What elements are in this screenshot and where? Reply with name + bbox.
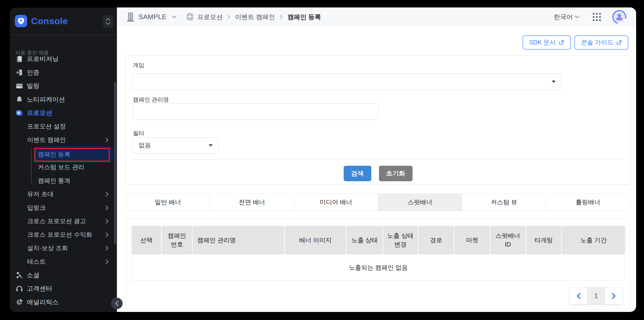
table-header-cell: 선택 [132,226,162,254]
sidebar-item-label: 커스텀 보드 관리 [38,163,84,172]
page: Console 이용 중인 제품 프로비저닝인증빌링노티피케이션프로모션프로모션… [0,0,644,320]
campaign-name-input[interactable] [132,103,378,120]
sidebar-item-label: 크로스 프로모션 광고 [27,217,86,226]
table-header-cell: 경로 [418,226,455,254]
sdk-doc-button[interactable]: SDK 문서 [523,36,571,50]
analytics-icon [16,298,23,306]
chevron-right-icon [106,219,109,224]
sdk-doc-label: SDK 문서 [529,38,556,47]
tab-media-banner[interactable]: 미디어 배너 [294,194,378,211]
campaign-table-panel: 선택캠페인 번호캠페인 관리명배너 이미지노출 상태노출 상태 변경경로마켓스팟… [126,219,630,310]
user-avatar[interactable] [612,10,626,24]
sidebar-item-notification[interactable]: 노티피케이션 [10,93,118,106]
language-selector[interactable]: 한국어 [554,13,573,22]
sidebar-item-provisioning[interactable]: 프로비저닝 [10,52,118,66]
sidebar-item-user-invite[interactable]: 유저 초대 [10,188,118,201]
reset-button[interactable]: 초기화 [379,166,412,181]
topbar-right: 한국어 [554,10,626,24]
sidebar-item-campaign-register[interactable]: 캠페인 등록 [33,146,113,163]
sidebar-item-install-reward[interactable]: 설치·보상 조회 [10,242,118,255]
chevron-left-icon [576,293,581,299]
sidebar-item-label: 캠페인 통계 [38,176,70,185]
content-area: SAMPLE 프로모션이벤트 캠페인캠페인 등록 한국어 [117,8,636,312]
sidebar-item-billing[interactable]: 빌링 [10,79,118,93]
sidebar-item-event-campaign[interactable]: 이벤트 캠페인 [10,133,118,147]
filter-select[interactable]: 없음 [132,137,218,154]
sidebar-menu: 프로비저닝인증빌링노티피케이션프로모션프로모션 설정이벤트 캠페인캠페인 등록커… [10,52,118,309]
building-icon [126,12,135,22]
current-page[interactable]: 1 [588,288,605,304]
sidebar-item-deeplink[interactable]: 딥링크 [10,201,118,214]
table-header-cell: 마켓 [455,226,490,254]
chevron-down-icon [106,22,110,25]
console-guide-label: 콘솔 가이드 [581,38,614,47]
doc-buttons: SDK 문서 콘솔 가이드 [523,36,628,50]
notification-icon [16,96,23,103]
console-logo-text: Console [31,16,68,26]
sidebar-item-support[interactable]: 고객센터 [10,282,118,296]
search-button[interactable]: 검색 [344,166,371,181]
sidebar-item-label: 소셜 [27,271,40,280]
table-header-cell: 배너 이미지 [285,226,347,254]
tab-spot-banner[interactable]: 스팟배너 [378,194,462,211]
table-header-cell: 타게팅 [526,226,562,254]
table-empty-row: 노출되는 캠페인 없음 [132,255,625,281]
sidebar-item-cross-promo-ads[interactable]: 크로스 프로모션 광고 [10,214,118,228]
sidebar-item-label: 프로비저닝 [27,54,59,63]
sidebar-item-social[interactable]: 소셜 [10,268,118,282]
sidebar-item-label: 노티피케이션 [27,95,65,104]
chevron-down-icon [172,16,177,18]
table-header-row: 선택캠페인 번호캠페인 관리명배너 이미지노출 상태노출 상태 변경경로마켓스팟… [132,226,625,254]
tab-front-banner[interactable]: 전면 배너 [210,194,294,211]
table-header-cell: 스팟배너 ID [490,226,526,254]
sidebar-scrollbar[interactable] [114,82,116,244]
next-page-button[interactable] [605,288,623,304]
prev-page-button[interactable] [570,288,588,304]
sidebar-item-label: 고객센터 [27,284,52,293]
breadcrumb-item[interactable]: 프로모션 [197,13,223,22]
table-header-cell: 캠페인 번호 [162,226,192,254]
pagination: 1 [570,288,623,304]
sidebar-item-cross-promo-revenue[interactable]: 크로스 프로모션 수익화 [10,228,118,242]
breadcrumb-item[interactable]: 캠페인 등록 [287,13,321,22]
sidebar-item-test[interactable]: 테스트 [10,255,118,268]
console-guide-button[interactable]: 콘솔 가이드 [574,36,628,50]
auth-icon [16,69,23,76]
breadcrumb-separator-icon [228,15,230,19]
chevron-left-icon [115,300,119,306]
company-name: SAMPLE [138,13,167,21]
chevron-up-icon [106,18,110,21]
sidebar-item-label: 유저 초대 [27,190,54,198]
sidebar-header: Console [10,8,118,35]
sidebar-item-campaign-stats[interactable]: 캠페인 통계 [10,174,118,188]
external-link-icon [616,40,622,45]
tab-custom-view[interactable]: 커스텀 뷰 [462,194,546,211]
search-filter-panel: 게임 캠페인 관리명 필터 없음 검색 초기화 [126,55,630,184]
sidebar-expander-button[interactable] [103,15,113,28]
billing-icon [16,82,23,90]
sidebar-item-label: 캠페인 등록 [38,150,70,159]
tab-rolling-banner[interactable]: 롤링배너 [546,194,630,211]
sidebar-item-analytics[interactable]: 애널리틱스 [10,296,118,309]
sidebar-item-label: 빌링 [27,82,40,90]
sidebar-item-auth[interactable]: 인증 [10,66,118,80]
tab-general-banner[interactable]: 일반 배너 [126,194,210,211]
sidebar-item-custom-board[interactable]: 커스텀 보드 관리 [10,161,118,174]
banner-type-tabs: 일반 배너전면 배너미디어 배너스팟배너커스텀 뷰롤링배너 [126,194,630,211]
support-icon [16,285,23,292]
sidebar-item-promotion[interactable]: 프로모션 [10,106,118,120]
company-selector[interactable]: SAMPLE [126,12,177,22]
apps-grid-icon[interactable] [592,12,602,22]
sidebar-item-label: 프로모션 [27,108,52,117]
breadcrumb-item[interactable]: 이벤트 캠페인 [235,13,275,22]
breadcrumb-separator-icon [280,15,283,19]
sidebar-item-promotion-settings[interactable]: 프로모션 설정 [10,120,118,134]
sidebar-collapse-button[interactable] [111,298,123,309]
chevron-down-icon[interactable] [574,16,580,18]
game-select[interactable] [132,73,561,90]
chevron-right-icon [106,232,109,237]
chevron-right-icon [106,205,109,210]
table-header-cell: 노출 상태 [347,226,383,254]
table-header-cell: 캠페인 관리명 [192,226,285,254]
chevron-right-icon [106,246,109,251]
